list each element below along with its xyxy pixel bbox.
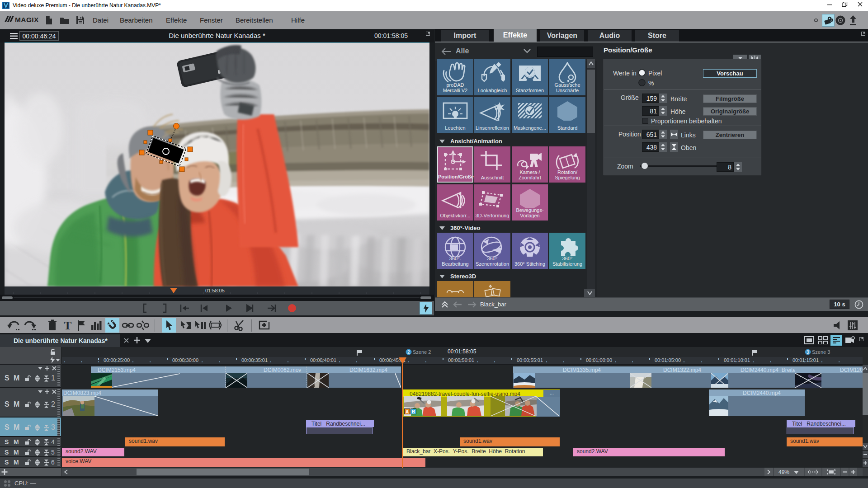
svg-text:T: T: [64, 319, 71, 331]
svg-text:3: 3: [807, 350, 809, 355]
svg-text:Szene 2: Szene 2: [413, 349, 431, 355]
svg-text:Szene 3: Szene 3: [812, 349, 830, 355]
svg-text:2: 2: [407, 350, 410, 355]
svg-text:MAGIX: MAGIX: [15, 16, 39, 23]
svg-text:01:58:05: 01:58:05: [205, 288, 225, 293]
